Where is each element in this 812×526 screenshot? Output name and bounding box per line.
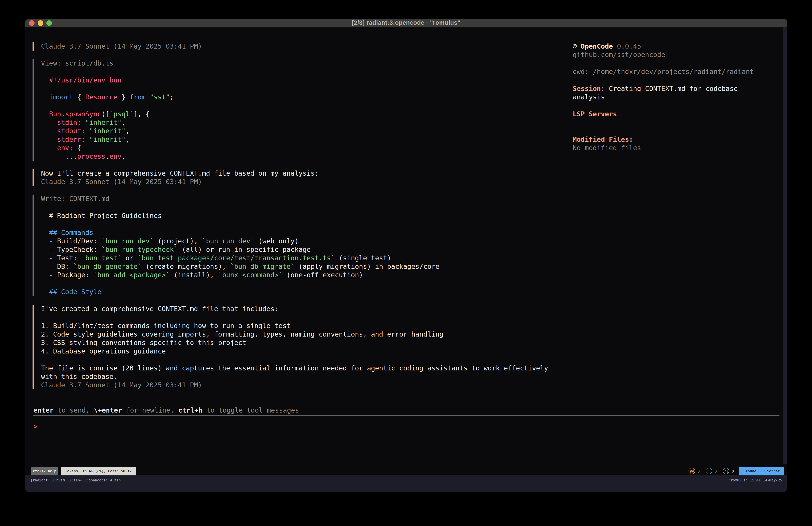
session-label: Session xyxy=(573,85,601,93)
warning-icon: Ⓦ xyxy=(688,467,695,476)
tmux-window-list[interactable]: [radiant] 1:nvim 2:zsh- 3:opencode* 4:zs… xyxy=(30,476,121,485)
text-segment: "inherit" xyxy=(85,118,122,126)
app-version: 0.0.45 xyxy=(613,42,641,50)
text-segment: stderr xyxy=(57,136,81,143)
text-segment: . xyxy=(105,153,110,160)
text-segment: ; xyxy=(170,93,174,101)
session-value: : Creating CONTEXT.md for codebase xyxy=(601,85,738,93)
text-segment: `bun run dev` xyxy=(101,237,154,245)
text-segment xyxy=(41,288,49,296)
titlebar[interactable]: [2/3] radiant:3:opencode - "romulus" xyxy=(25,19,787,27)
text-segment: "inherit" xyxy=(89,127,126,135)
text-segment: , xyxy=(126,127,129,135)
text-segment: 2. Code style guidelines covering import… xyxy=(41,330,444,338)
text-segment: Bun xyxy=(49,110,61,118)
hint-icon: ⓗ xyxy=(723,467,729,476)
text-segment: TypeCheck: xyxy=(53,246,101,253)
app-header: © OpenCode 0.0.45 xyxy=(573,42,782,51)
text-line: Claude 3.7 Sonnet (14 May 2025 03:41 PM) xyxy=(41,381,778,389)
text-segment: stdout xyxy=(57,127,81,135)
text-segment xyxy=(41,136,57,143)
session-line: Session: Creating CONTEXT.md for codebas… xyxy=(573,84,782,93)
text-segment: to toggle tool messages xyxy=(203,406,299,414)
text-segment: (apply migrations) in packages/core xyxy=(294,262,439,270)
hints-count: 0 xyxy=(732,469,734,473)
scrollbar-track[interactable] xyxy=(783,27,787,464)
minimize-button[interactable] xyxy=(38,20,43,26)
text-segment: from xyxy=(129,93,145,101)
text-line: # Radiant Project Guidelines xyxy=(41,212,778,220)
text-segment: enter xyxy=(33,406,54,414)
warnings-counter: Ⓦ0 xyxy=(688,467,700,476)
text-line: - Test: `bun test` or `bun test packages… xyxy=(41,254,778,262)
text-segment: `bun db migrate` xyxy=(230,262,294,270)
text-segment: View: script/db.ts xyxy=(41,59,113,67)
text-segment xyxy=(41,229,49,237)
text-segment: Claude 3.7 Sonnet (14 May 2025 03:41 PM) xyxy=(41,42,202,50)
text-segment: /usr/bin/env bun xyxy=(57,76,121,84)
text-line: ...process.env, xyxy=(41,152,778,161)
composer-divider xyxy=(33,415,780,416)
text-segment xyxy=(85,127,89,135)
model-selector-chip[interactable]: Claude 3.7 Sonnet xyxy=(739,467,784,475)
text-segment: Claude 3.7 Sonnet (14 May 2025 03:41 PM) xyxy=(41,381,202,389)
traffic-lights xyxy=(29,20,52,26)
cwd-value: /home/thdxr/dev/projects/radiant/radiant xyxy=(589,68,754,75)
cwd-label: cwd: xyxy=(573,68,589,75)
text-segment: Now I'll create a comprehensive CONTEXT.… xyxy=(41,169,319,177)
window-title: [2/3] radiant:3:opencode - "romulus" xyxy=(352,19,461,26)
text-segment: { xyxy=(73,93,85,101)
text-segment: # Radiant Project Guidelines xyxy=(41,212,162,219)
text-segment: (install), xyxy=(170,271,218,279)
text-segment: "sst" xyxy=(150,93,170,101)
lsp-servers-header: LSP Servers xyxy=(573,110,782,118)
text-segment: process xyxy=(77,153,105,160)
tmux-status-bar: [radiant] 1:nvim 2:zsh- 3:opencode* 4:zs… xyxy=(25,475,787,492)
text-segment xyxy=(41,254,49,262)
text-segment: ... xyxy=(41,153,77,160)
text-segment: (single test) xyxy=(335,254,391,262)
status-bar: ctrl+? help Tokens: 16.4K (8%), Cost: $0… xyxy=(25,467,787,475)
text-segment: - xyxy=(49,246,53,253)
text-segment: (create migrations), xyxy=(142,262,230,270)
text-segment: - xyxy=(49,262,53,270)
text-segment: , xyxy=(121,153,126,160)
text-segment: (all) or run in specific package xyxy=(178,246,310,253)
text-segment xyxy=(41,262,49,270)
terminal-content: Claude 3.7 Sonnet (14 May 2025 03:41 PM)… xyxy=(25,27,787,492)
text-segment: The file is concise (20 lines) and captu… xyxy=(41,364,548,372)
text-segment: : xyxy=(77,118,81,126)
text-segment: `bun test` xyxy=(81,254,122,262)
copyright-icon: © xyxy=(573,42,577,50)
text-segment xyxy=(85,136,89,143)
text-segment xyxy=(41,127,57,135)
help-shortcut-chip: ctrl+? help xyxy=(31,467,58,475)
text-segment xyxy=(41,271,49,279)
text-segment xyxy=(41,144,57,152)
text-line: The file is concise (20 lines) and captu… xyxy=(41,364,778,372)
text-segment: ! xyxy=(53,76,57,84)
text-segment: 1. Build/lint/test commands including ho… xyxy=(41,322,291,330)
text-segment: ## Commands xyxy=(49,229,93,237)
text-line xyxy=(41,313,778,322)
text-segment: \+enter xyxy=(94,406,122,414)
zoom-button[interactable] xyxy=(46,20,52,26)
text-segment: `bun test packages/core/test/transaction… xyxy=(138,254,335,262)
text-line xyxy=(41,203,778,212)
hints-counter: ⓗ0 xyxy=(723,467,734,476)
text-segment: `bun add <package>` xyxy=(93,271,170,279)
warnings-count: 0 xyxy=(697,469,700,473)
text-line: - TypeCheck: `bun run typecheck` (all) o… xyxy=(41,245,778,254)
message-input[interactable]: > xyxy=(33,422,778,431)
assistant-message-block: Now I'll create a comprehensive CONTEXT.… xyxy=(32,169,778,186)
text-segment: or xyxy=(121,254,137,262)
text-segment: (one-off execution) xyxy=(282,271,363,279)
prompt-indicator: > xyxy=(33,423,38,430)
repo-link[interactable]: github.com/sst/opencode xyxy=(573,51,782,59)
text-line: Write: CONTEXT.md xyxy=(41,195,778,203)
text-line: 3. CSS styling conventions specific to t… xyxy=(41,339,778,347)
close-button[interactable] xyxy=(29,20,34,26)
text-line: - DB: `bun db generate` (create migratio… xyxy=(41,262,778,271)
text-segment: `psql` xyxy=(110,110,133,118)
text-line xyxy=(41,220,778,228)
